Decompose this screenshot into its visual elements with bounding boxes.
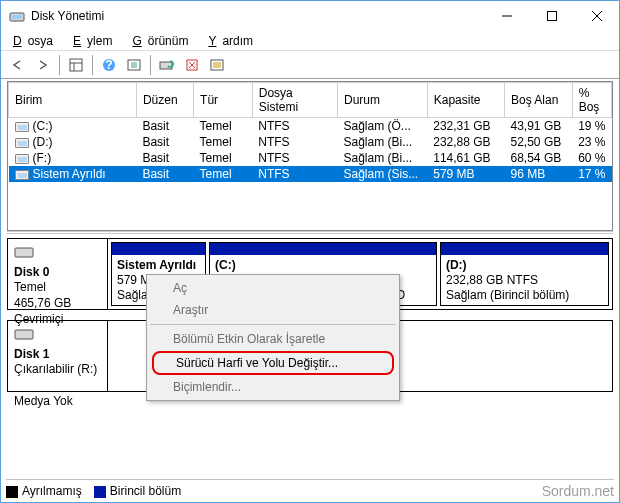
minimize-button[interactable] xyxy=(484,1,529,31)
disk-0-label: Disk 0 xyxy=(14,265,49,279)
partition-title: (C:) xyxy=(215,258,236,272)
disk-1-type: Çıkarılabilir (R:) xyxy=(14,362,97,376)
context-menu: Aç Araştır Bölümü Etkin Olarak İşaretle … xyxy=(146,274,400,401)
forward-button[interactable] xyxy=(32,54,54,76)
disk-1-label: Disk 1 xyxy=(14,347,49,361)
menu-file[interactable]: Dosya xyxy=(7,33,65,49)
col-capacity[interactable]: Kapasite xyxy=(427,83,504,118)
volume-icon xyxy=(15,138,29,148)
svg-rect-22 xyxy=(15,330,33,339)
table-row[interactable]: (C:)BasitTemelNTFSSağlam (Ö...232,31 GB4… xyxy=(9,118,612,135)
app-icon xyxy=(9,8,25,24)
partition-color-bar xyxy=(441,243,608,255)
refresh-button[interactable] xyxy=(123,54,145,76)
volume-icon xyxy=(15,122,29,132)
partition-status: Sağlam (Birincil bölüm) xyxy=(446,288,569,302)
rescan-button[interactable] xyxy=(156,54,178,76)
watermark: Sordum.net xyxy=(542,483,614,499)
svg-text:?: ? xyxy=(105,58,112,72)
disk-0-type: Temel xyxy=(14,280,46,294)
volume-list[interactable]: Birim Düzen Tür Dosya Sistemi Durum Kapa… xyxy=(7,81,613,231)
ctx-change-drive-letter[interactable]: Sürücü Harfi ve Yolu Değiştir... xyxy=(152,351,394,375)
svg-rect-21 xyxy=(15,248,33,257)
col-type[interactable]: Tür xyxy=(194,83,253,118)
menu-help[interactable]: Yardım xyxy=(202,33,265,49)
window-title: Disk Yönetimi xyxy=(31,9,484,23)
back-button[interactable] xyxy=(7,54,29,76)
ctx-open[interactable]: Aç xyxy=(149,277,397,299)
col-fs[interactable]: Dosya Sistemi xyxy=(252,83,337,118)
table-row[interactable]: (D:)BasitTemelNTFSSağlam (Bi...232,88 GB… xyxy=(9,134,612,150)
volume-icon xyxy=(15,154,29,164)
svg-rect-6 xyxy=(70,59,82,71)
view-options-button[interactable] xyxy=(65,54,87,76)
partition-title: (D:) xyxy=(446,258,467,272)
svg-rect-1 xyxy=(12,15,22,19)
column-headers[interactable]: Birim Düzen Tür Dosya Sistemi Durum Kapa… xyxy=(9,83,612,118)
disk-1-state: Medya Yok xyxy=(14,394,73,408)
col-volume[interactable]: Birim xyxy=(9,83,137,118)
close-button[interactable] xyxy=(574,1,619,31)
table-row[interactable]: (F:)BasitTemelNTFSSağlam (Bi...114,61 GB… xyxy=(9,150,612,166)
ctx-separator xyxy=(150,324,396,325)
col-layout[interactable]: Düzen xyxy=(136,83,193,118)
toolbar: ? xyxy=(1,51,619,79)
col-status[interactable]: Durum xyxy=(337,83,427,118)
window-titlebar: Disk Yönetimi xyxy=(1,1,619,31)
ctx-mark-active[interactable]: Bölümü Etkin Olarak İşaretle xyxy=(149,328,397,350)
volume-icon xyxy=(15,170,29,180)
disk-1-info[interactable]: Disk 1 Çıkarılabilir (R:) Medya Yok xyxy=(8,321,108,391)
disk-0-info[interactable]: Disk 0 Temel 465,76 GB Çevrimiçi xyxy=(8,239,108,309)
list-view-button[interactable] xyxy=(206,54,228,76)
col-pctfree[interactable]: % Boş xyxy=(572,83,611,118)
ctx-format[interactable]: Biçimlendir... xyxy=(149,376,397,398)
partition-title: Sistem Ayrıldı xyxy=(117,258,196,272)
partition-size: 232,88 GB NTFS xyxy=(446,273,538,287)
legend-unallocated: Ayrılmamış xyxy=(6,484,82,498)
menubar: Dosya Eylem Görünüm Yardım xyxy=(1,31,619,51)
disk-icon xyxy=(14,326,101,347)
partition-d[interactable]: (D:) 232,88 GB NTFS Sağlam (Birincil böl… xyxy=(440,242,609,306)
menu-view[interactable]: Görünüm xyxy=(126,33,200,49)
ctx-explore[interactable]: Araştır xyxy=(149,299,397,321)
graphical-view: Disk 0 Temel 465,76 GB Çevrimiçi Sistem … xyxy=(1,234,619,392)
partition-color-bar xyxy=(112,243,205,255)
legend-bar: Ayrılmamış Birincil bölüm Sordum.net xyxy=(6,479,614,499)
table-row[interactable]: Sistem AyrıldıBasitTemelNTFSSağlam (Sis.… xyxy=(9,166,612,182)
col-free[interactable]: Boş Alan xyxy=(505,83,573,118)
maximize-button[interactable] xyxy=(529,1,574,31)
properties-button[interactable] xyxy=(181,54,203,76)
disk-icon xyxy=(14,244,101,265)
disk-0-size: 465,76 GB xyxy=(14,296,71,310)
svg-rect-3 xyxy=(547,12,556,21)
svg-rect-15 xyxy=(160,62,172,69)
help-button[interactable]: ? xyxy=(98,54,120,76)
legend-primary: Birincil bölüm xyxy=(94,484,181,498)
partition-color-bar xyxy=(210,243,436,255)
menu-action[interactable]: Eylem xyxy=(67,33,124,49)
